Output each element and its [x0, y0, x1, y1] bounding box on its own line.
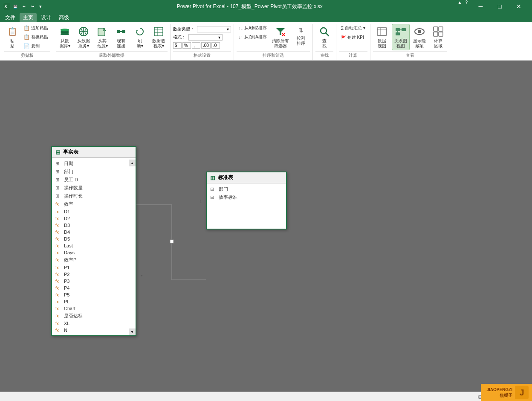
field-dept-icon: ⊞: [55, 169, 61, 174]
relation-view-button[interactable]: 关系图视图: [392, 24, 410, 50]
ribbon-group-external-content: 从数据库▾ 从数据服务▾: [56, 24, 168, 50]
redo-icon[interactable]: ↪: [29, 3, 36, 10]
from-db-button[interactable]: 从数据库▾: [56, 24, 74, 50]
from-other-label: 从其他源▾: [97, 38, 108, 49]
data-view-tab-button[interactable]: 数据视图: [373, 24, 391, 50]
sort-za-button[interactable]: ↓↑ 从Z到A排序: [237, 33, 269, 41]
ribbon-collapse-btn[interactable]: ▲: [458, 0, 462, 13]
field-chart-label: Chart: [64, 306, 75, 311]
show-hidden-button[interactable]: 显示隐藏项: [411, 24, 428, 50]
decrease-decimal-btn[interactable]: .00: [201, 42, 211, 49]
quick-access-arrow[interactable]: ▾: [39, 4, 42, 9]
minimize-button[interactable]: ─: [471, 0, 490, 13]
undo-icon[interactable]: ↩: [20, 3, 27, 10]
svg-rect-34: [434, 27, 438, 31]
close-button[interactable]: ✕: [509, 0, 529, 13]
scroll-down-btn[interactable]: ▼: [129, 328, 136, 335]
menu-file[interactable]: 文件: [2, 13, 19, 22]
fact-table-card[interactable]: ⊞ 事实表 ▲ ⊞ 日期 ⊞ 部门 ⊞ 员工ID: [51, 146, 136, 336]
field-n[interactable]: fx N: [52, 327, 136, 334]
field-d4[interactable]: fx D4: [52, 229, 136, 235]
field-xl-label: XL: [64, 321, 69, 326]
format-row: 格式： ▾: [173, 34, 223, 41]
find-button[interactable]: 查找: [315, 24, 333, 50]
field-d2-icon: fx: [55, 216, 61, 221]
clear-filter-button[interactable]: 清除所有筛选器: [270, 24, 291, 50]
menu-advanced[interactable]: 高级: [55, 13, 72, 22]
from-other-button[interactable]: 从其他源▾: [93, 24, 111, 50]
sort-az-button[interactable]: ↑↓ 从A到Z排序: [237, 24, 269, 32]
field-d3[interactable]: fx D3: [52, 222, 136, 229]
standard-table-card[interactable]: ⊞ 标准表 ⊞ 部门 ⊞ 效率标准: [206, 171, 287, 230]
data-view-icon: [153, 26, 165, 38]
data-type-dropdown[interactable]: ▾: [197, 26, 231, 32]
refresh-button[interactable]: 刷新▾: [131, 24, 149, 50]
field-days[interactable]: fx Days: [52, 249, 136, 256]
field-chart[interactable]: fx Chart: [52, 305, 136, 312]
fact-table-title: 事实表: [63, 148, 78, 156]
format-dropdown[interactable]: ▾: [188, 34, 223, 41]
window-controls: ▲ ? ─ □ ✕: [458, 0, 529, 13]
field-p5[interactable]: fx P5: [52, 291, 136, 298]
field-d5-icon: fx: [55, 237, 61, 241]
field-pl[interactable]: fx PL: [52, 298, 136, 305]
svg-rect-4: [61, 33, 69, 35]
comma-btn[interactable]: ,: [192, 42, 200, 49]
field-p1[interactable]: fx P1: [52, 264, 136, 271]
existing-conn-label: 现有连接: [117, 38, 125, 49]
field-efficiency[interactable]: fx 效率: [52, 200, 136, 208]
field-d5[interactable]: fx D5: [52, 235, 136, 242]
field-p3[interactable]: fx P3: [52, 278, 136, 285]
data-view-tab-label: 数据视图: [378, 38, 386, 49]
increase-decimal-btn[interactable]: .0: [211, 42, 220, 49]
menu-home[interactable]: 主页: [20, 13, 37, 22]
from-service-icon: [78, 26, 90, 38]
field-dept[interactable]: ⊞ 部门: [52, 168, 136, 176]
svg-point-11: [117, 30, 120, 33]
field-p4-icon: fx: [55, 286, 61, 291]
svg-text:X: X: [4, 4, 7, 9]
calc-area-label: 计算区域: [434, 38, 442, 49]
clear-filter-label: 清除所有筛选器: [272, 38, 289, 49]
currency-btn[interactable]: $: [173, 42, 182, 49]
add-paste-button[interactable]: 📋 追加粘贴: [21, 24, 50, 32]
help-btn[interactable]: ?: [465, 0, 468, 13]
auto-sum-button[interactable]: Σ 自动汇总 ▾: [339, 24, 367, 32]
field-d1[interactable]: fx D1: [52, 208, 136, 215]
field-last-icon: fx: [55, 244, 61, 248]
content-area: 1 * ⊞ 事实表 ▲ ⊞ 日期 ⊞ 部门: [0, 61, 532, 401]
std-field-standard[interactable]: ⊞ 效率标准: [207, 193, 286, 201]
field-efficiency-p[interactable]: fx 效率P: [52, 256, 136, 264]
copy-button[interactable]: 📄 复制: [21, 42, 50, 50]
std-field-dept[interactable]: ⊞ 部门: [207, 185, 286, 193]
workspace[interactable]: 1 * ⊞ 事实表 ▲ ⊞ 日期 ⊞ 部门: [0, 61, 532, 392]
field-target[interactable]: fx 是否达标: [52, 312, 136, 320]
field-d2[interactable]: fx D2: [52, 215, 136, 222]
replace-paste-button[interactable]: 📋 替换粘贴: [21, 33, 50, 41]
field-date[interactable]: ⊞ 日期: [52, 160, 136, 168]
field-ops-dur[interactable]: ⊞ 操作时长: [52, 192, 136, 200]
percent-btn[interactable]: %: [182, 42, 191, 49]
paste-button[interactable]: 📋 粘贴: [4, 24, 20, 50]
field-xl[interactable]: fx XL: [52, 320, 136, 327]
ribbon-group-clipboard: 📋 粘贴 📋 追加粘贴 📋 替换粘贴 📄 复制: [2, 24, 53, 60]
create-kpi-button[interactable]: 🚩 创建 KPI: [339, 33, 366, 42]
scroll-up-btn[interactable]: ▲: [129, 160, 136, 166]
save-icon[interactable]: 💾: [12, 3, 19, 10]
field-p4[interactable]: fx P4: [52, 285, 136, 291]
maximize-button[interactable]: □: [490, 0, 509, 13]
sort-by-col-button[interactable]: ⇅ 按列排序: [292, 24, 310, 48]
existing-conn-button[interactable]: 现有连接: [112, 24, 130, 50]
menu-design[interactable]: 设计: [38, 13, 55, 22]
data-view-button[interactable]: 数据透视表▾: [150, 24, 168, 50]
field-p2[interactable]: fx P2: [52, 271, 136, 278]
ribbon-group-calc: Σ 自动汇总 ▾ 🚩 创建 KPI 计算: [336, 24, 370, 60]
field-empid[interactable]: ⊞ 员工ID: [52, 176, 136, 184]
svg-rect-3: [61, 31, 69, 33]
from-service-button[interactable]: 从数据服务▾: [75, 24, 93, 50]
svg-rect-35: [439, 27, 443, 31]
data-type-label: 数据类型：: [173, 26, 194, 32]
calc-area-button[interactable]: 计算区域: [429, 24, 447, 50]
field-ops-count[interactable]: ⊞ 操作数量: [52, 184, 136, 192]
field-last[interactable]: fx Last: [52, 242, 136, 249]
